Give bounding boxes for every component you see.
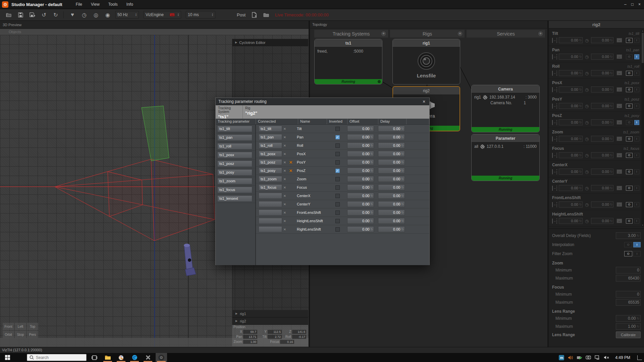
source-parameter-item[interactable]: ts1_focus xyxy=(216,186,255,194)
taskbar-clock[interactable]: 4:49 PM xyxy=(615,355,630,360)
offset-field[interactable]: 0.00↻ xyxy=(347,201,374,207)
clear-connection-icon[interactable]: ✕ xyxy=(282,219,287,223)
menu-item[interactable]: Info xyxy=(126,2,133,7)
output-toggle[interactable]: O xyxy=(626,38,633,43)
target-icon[interactable]: ◎ xyxy=(93,12,99,18)
save-as-icon[interactable] xyxy=(29,12,35,17)
inverted-checkbox[interactable]: ✓ xyxy=(335,169,340,173)
clear-connection-icon[interactable]: ✕ xyxy=(282,161,287,164)
interpolation-off-toggle[interactable]: O xyxy=(624,242,632,247)
connected-field[interactable]: ts1_posz xyxy=(259,159,282,165)
connected-field[interactable]: ts1_zoom xyxy=(259,176,282,182)
output-toggle[interactable]: O xyxy=(626,202,633,207)
transfer-button[interactable]: ↔ xyxy=(616,71,622,75)
transfer-button[interactable]: ↔ xyxy=(616,219,622,223)
offset-field[interactable]: 0.00↻ xyxy=(559,136,583,142)
delay-field[interactable]: 0.00↻ xyxy=(378,193,405,199)
lens-range-maximum-field[interactable]: 1.00↻ xyxy=(616,323,641,330)
rig-list-item[interactable]: ▶ rig2 xyxy=(232,317,308,325)
cyclotron-editor-header[interactable]: ▶ Cyclotron Editor xyxy=(232,39,308,46)
inverted-checkbox[interactable]: ✓ xyxy=(335,177,340,181)
transfer-button[interactable]: ↔ xyxy=(616,136,622,141)
service-node-camera[interactable]: Camera rig1 192.168.37.14 : 3000 Camera … xyxy=(471,85,540,132)
offset-field[interactable]: 0.00↻ xyxy=(347,151,374,157)
output-toggle[interactable]: O xyxy=(626,120,633,125)
action-center-icon[interactable] xyxy=(637,355,642,360)
drag-handle-icon[interactable]: ↔ xyxy=(552,153,557,158)
offset-field[interactable]: 0.00↻ xyxy=(347,226,374,232)
delay-field[interactable]: 0.00↻ xyxy=(591,103,613,109)
offset-field[interactable]: 0.00↻ xyxy=(347,209,374,216)
clear-connection-icon[interactable]: ✕ xyxy=(282,228,287,231)
transfer-button[interactable]: ↔ xyxy=(616,186,622,190)
invert-toggle[interactable]: I xyxy=(634,153,639,158)
overall-delay-field[interactable]: 3.00↻ xyxy=(616,232,641,239)
inverted-checkbox[interactable]: ✓ xyxy=(335,152,340,156)
output-toggle[interactable]: O xyxy=(626,219,633,224)
source-parameter-field[interactable]: ts1_posz xyxy=(217,161,252,167)
connected-field[interactable]: ts1_tilt xyxy=(259,126,282,132)
drag-handle-icon[interactable]: ↔ xyxy=(552,136,557,141)
invert-toggle[interactable]: I xyxy=(634,219,639,224)
source-parameter-item[interactable]: ts1_lensext xyxy=(216,194,255,203)
inverted-checkbox[interactable]: ✓ xyxy=(335,135,340,139)
start-button[interactable] xyxy=(0,353,15,362)
transfer-button[interactable]: ↔ xyxy=(616,38,622,43)
delay-field[interactable]: 0.00↻ xyxy=(591,152,613,158)
scroll-up-icon[interactable]: ▲ xyxy=(641,30,644,32)
drag-handle-icon[interactable]: ↔ xyxy=(552,186,557,191)
source-parameter-item[interactable]: ts1_posz xyxy=(216,160,255,168)
source-parameter-field[interactable]: ts1_focus xyxy=(217,187,252,193)
delay-field[interactable]: 0.00↻ xyxy=(591,37,613,43)
connected-field[interactable]: ts1_roll xyxy=(259,142,282,148)
tray-capture-icon[interactable] xyxy=(586,355,591,360)
zoom-minimum-field[interactable]: 0 xyxy=(616,267,641,274)
search-input[interactable] xyxy=(36,355,79,360)
task-view-button[interactable] xyxy=(89,353,100,362)
tracking-system-node-ts1[interactable]: ts1 freed, :5000 Running xyxy=(314,39,382,84)
offset-field[interactable]: 0.00↻ xyxy=(559,70,583,76)
invert-toggle[interactable]: I xyxy=(634,202,639,207)
file-explorer-button[interactable] xyxy=(102,353,113,362)
delay-field[interactable]: 0.00↻ xyxy=(378,226,405,232)
inverted-checkbox[interactable]: ✓ xyxy=(335,127,340,131)
delay-field[interactable]: 0.00↻ xyxy=(378,209,405,216)
source-parameter-field[interactable]: ts1_pan xyxy=(217,134,252,141)
connected-field[interactable] xyxy=(259,201,282,207)
clear-connection-icon[interactable]: ✕ xyxy=(282,194,287,198)
drag-handle-icon[interactable]: ↔ xyxy=(552,38,557,43)
offset-field[interactable]: 0.00↻ xyxy=(559,185,583,191)
delay-field[interactable]: 0.00↻ xyxy=(591,218,613,224)
output-toggle[interactable]: O xyxy=(626,54,633,59)
clear-connection-icon[interactable]: ✕ xyxy=(282,152,287,156)
offset-field[interactable]: 0.00↻ xyxy=(347,193,374,199)
close-button[interactable]: × xyxy=(638,2,641,7)
scroll-thumb[interactable] xyxy=(642,33,644,63)
connected-field[interactable] xyxy=(259,209,282,216)
transfer-button[interactable]: ↔ xyxy=(616,169,622,174)
dialog-close-icon[interactable]: × xyxy=(421,99,427,104)
clear-connection-icon[interactable]: ✕ xyxy=(282,144,287,147)
source-parameter-field[interactable]: ts1_zoom xyxy=(217,178,252,184)
offset-field[interactable]: 0.00↻ xyxy=(559,201,583,207)
delay-field[interactable]: 0.00↻ xyxy=(591,119,613,125)
focus-minimum-field[interactable]: 0 xyxy=(616,291,641,298)
invert-toggle[interactable]: I xyxy=(634,120,639,125)
filter-zoom-off-toggle[interactable]: O xyxy=(624,251,632,256)
delay-field[interactable]: 0.00↻ xyxy=(378,168,405,174)
menu-item[interactable]: View xyxy=(91,2,100,7)
delay-field[interactable]: 0.00↻ xyxy=(378,218,405,224)
delay-field[interactable]: 0.00↻ xyxy=(591,70,613,76)
transfer-button[interactable]: ↔ xyxy=(616,153,622,158)
output-toggle[interactable]: O xyxy=(626,136,633,141)
favorite-icon[interactable]: ♥ xyxy=(69,12,75,18)
connected-field[interactable]: ts1_posy xyxy=(259,168,282,174)
aperture-icon[interactable]: ◉ xyxy=(105,12,111,18)
view-button[interactable]: Front xyxy=(3,323,14,330)
delay-field[interactable]: 0.00↻ xyxy=(378,159,405,165)
output-toggle[interactable]: O xyxy=(626,186,633,191)
delay-field[interactable]: 0.00↻ xyxy=(378,126,405,132)
add-service-button[interactable]: + xyxy=(538,31,543,37)
tray-app-m-icon[interactable]: m xyxy=(559,355,564,360)
source-parameter-field[interactable]: ts1_roll xyxy=(217,143,252,149)
